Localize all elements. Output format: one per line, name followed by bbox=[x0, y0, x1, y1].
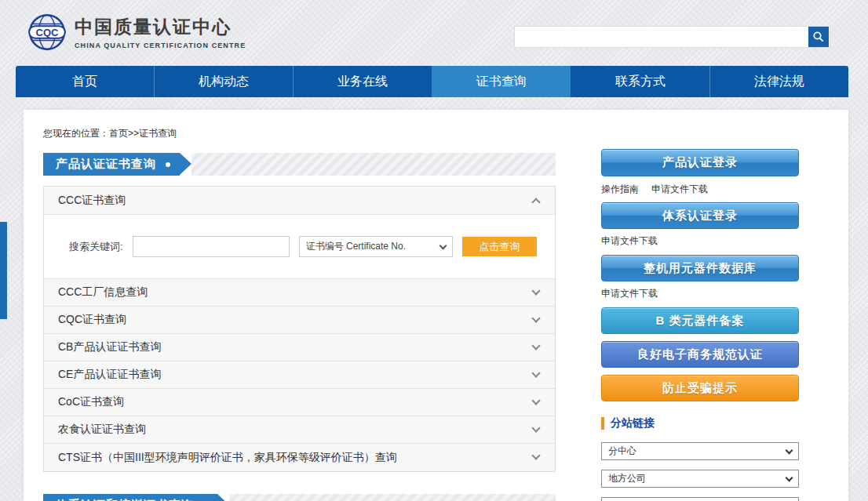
nav-item-news[interactable]: 机构动态 bbox=[154, 66, 293, 97]
chevron-down-icon bbox=[531, 341, 540, 350]
accordion-item-coc-cert[interactable]: CoC证书查询 bbox=[44, 389, 555, 416]
chevron-up-icon bbox=[531, 198, 540, 206]
accordion-item-label: CoC证书查询 bbox=[58, 395, 124, 409]
search-input[interactable] bbox=[515, 27, 808, 47]
content-panel: 您现在的位置：首页>>证书查询 产品认证证书查询 CCC证书查询 搜索关键词: … bbox=[24, 110, 848, 501]
section-title-text: 产品认证证书查询 bbox=[56, 157, 156, 172]
chevron-down-icon bbox=[786, 474, 793, 481]
testing-agency-select[interactable]: 检测机构 bbox=[601, 497, 799, 501]
accordion-item-agrifood-cert[interactable]: 农食认证证书查询 bbox=[44, 416, 555, 444]
accordion-item-label: CB产品认证证书查询 bbox=[58, 340, 161, 354]
accordion-item-label: CCC证书查询 bbox=[58, 194, 126, 208]
apply-file-download-link[interactable]: 申请文件下载 bbox=[601, 287, 658, 300]
chevron-down-icon bbox=[531, 423, 540, 432]
breadcrumb-path-link[interactable]: 首页>>证书查询 bbox=[109, 128, 177, 139]
ccc-query-form: 搜索关键词: 证书编号 Certificate No. 点击查询 bbox=[44, 215, 555, 279]
product-links: 操作指南 申请文件下载 bbox=[601, 183, 799, 196]
nav-item-certificate-query[interactable]: 证书查询 bbox=[432, 66, 571, 97]
system-cert-login-button[interactable]: 体系认证登录 bbox=[601, 202, 799, 229]
certificate-type-select[interactable]: 证书编号 Certificate No. bbox=[299, 236, 453, 257]
header-search bbox=[514, 26, 830, 48]
sidebar: 产品认证登录 操作指南 申请文件下载 体系认证登录 申请文件下载 整机用元器件数… bbox=[601, 110, 799, 501]
breadcrumb-prefix: 您现在的位置： bbox=[43, 128, 109, 139]
nav-item-online-business[interactable]: 业务在线 bbox=[293, 66, 432, 97]
branch-center-select[interactable]: 分中心 bbox=[601, 442, 799, 460]
branch-center-value: 分中心 bbox=[608, 445, 636, 458]
section-title: 产品认证证书查询 bbox=[43, 153, 180, 176]
chevron-down-icon bbox=[531, 368, 540, 377]
heading-bar-icon bbox=[601, 417, 604, 430]
banner-arrow-icon bbox=[217, 494, 229, 501]
component-links: 申请文件下载 bbox=[601, 287, 799, 300]
chevron-down-icon bbox=[531, 286, 540, 295]
system-cert-section-banner: 体系认证和培训证书查询 bbox=[43, 494, 556, 501]
ecommerce-cert-button[interactable]: 良好电子商务规范认证 bbox=[601, 341, 799, 368]
accordion-item-label: CQC证书查询 bbox=[58, 313, 126, 327]
fraud-alert-button[interactable]: 防止受骗提示 bbox=[601, 375, 799, 401]
apply-file-download-link[interactable]: 申请文件下载 bbox=[601, 234, 658, 248]
accordion-item-label: CE产品认证证书查询 bbox=[58, 368, 161, 382]
query-accordion: CCC证书查询 搜索关键词: 证书编号 Certificate No. 点击查询… bbox=[43, 186, 556, 472]
keyword-label: 搜索关键词: bbox=[69, 240, 123, 254]
accordion-item-ccc-factory[interactable]: CCC工厂信息查询 bbox=[44, 279, 555, 307]
component-database-button[interactable]: 整机用元器件数据库 bbox=[601, 255, 799, 281]
accordion-item-label: CCC工厂信息查询 bbox=[58, 285, 148, 300]
system-links: 申请文件下载 bbox=[601, 234, 799, 248]
cqc-globe-icon: CQC bbox=[27, 13, 67, 52]
chevron-down-icon bbox=[531, 314, 540, 322]
product-cert-login-button[interactable]: 产品认证登录 bbox=[601, 149, 799, 176]
accordion-item-ce-cert[interactable]: CE产品认证证书查询 bbox=[44, 361, 555, 389]
nav-item-home[interactable]: 首页 bbox=[16, 66, 154, 97]
accordion-item-label: 农食认证证书查询 bbox=[58, 423, 146, 437]
banner-stripes bbox=[191, 153, 556, 176]
apply-file-download-link[interactable]: 申请文件下载 bbox=[651, 183, 708, 196]
breadcrumb: 您现在的位置：首页>>证书查询 bbox=[43, 127, 556, 140]
chevron-down-icon bbox=[531, 396, 540, 405]
operation-guide-link[interactable]: 操作指南 bbox=[601, 183, 639, 196]
accordion-item-cqc-cert[interactable]: CQC证书查询 bbox=[44, 307, 555, 334]
site-title-en: CHINA QUALITY CERTIFICATION CENTRE bbox=[75, 42, 246, 49]
chevron-down-icon bbox=[531, 451, 540, 459]
svg-text:CQC: CQC bbox=[36, 27, 60, 38]
branch-links-heading: 分站链接 bbox=[601, 416, 799, 430]
chevron-down-icon bbox=[439, 241, 447, 249]
accordion-item-cts-cert[interactable]: CTS证书（中国III型环境声明评价证书，家具环保等级评价证书）查询 bbox=[44, 444, 555, 471]
local-company-select[interactable]: 地方公司 bbox=[601, 470, 799, 488]
query-column: 您现在的位置：首页>>证书查询 产品认证证书查询 CCC证书查询 搜索关键词: … bbox=[43, 110, 556, 501]
search-button[interactable] bbox=[808, 27, 829, 47]
banner-stripes bbox=[229, 494, 556, 501]
branch-links-title: 分站链接 bbox=[611, 416, 655, 430]
banner-dot-icon bbox=[166, 162, 170, 167]
nav-item-laws[interactable]: 法律法规 bbox=[709, 66, 848, 97]
keyword-input[interactable] bbox=[133, 236, 290, 257]
site-title: 中国质量认证中心 CHINA QUALITY CERTIFICATION CEN… bbox=[75, 15, 246, 49]
local-company-value: 地方公司 bbox=[608, 472, 646, 485]
accordion-item-cb-cert[interactable]: CB产品认证证书查询 bbox=[44, 334, 555, 361]
chevron-down-icon bbox=[786, 446, 793, 454]
query-button[interactable]: 点击查询 bbox=[462, 237, 537, 256]
nav-item-contact[interactable]: 联系方式 bbox=[571, 66, 709, 97]
certificate-type-value: 证书编号 Certificate No. bbox=[306, 240, 406, 253]
site-logo[interactable]: CQC 中国质量认证中心 CHINA QUALITY CERTIFICATION… bbox=[27, 13, 246, 52]
section-title-2-text: 体系认证和培训证书查询 bbox=[56, 498, 194, 501]
product-cert-section-banner: 产品认证证书查询 bbox=[43, 153, 556, 176]
section-title-2: 体系认证和培训证书查询 bbox=[43, 494, 217, 501]
banner-arrow-icon bbox=[180, 153, 191, 175]
b-class-component-filing-button[interactable]: B 类元器件备案 bbox=[601, 307, 799, 334]
left-floating-tab[interactable] bbox=[0, 222, 7, 319]
main-nav: 首页 机构动态 业务在线 证书查询 联系方式 法律法规 bbox=[16, 66, 848, 97]
search-icon bbox=[812, 31, 825, 43]
site-title-cn: 中国质量认证中心 bbox=[75, 15, 246, 39]
accordion-item-ccc-cert[interactable]: CCC证书查询 bbox=[44, 187, 555, 215]
accordion-item-label: CTS证书（中国III型环境声明评价证书，家具环保等级评价证书）查询 bbox=[58, 451, 397, 465]
